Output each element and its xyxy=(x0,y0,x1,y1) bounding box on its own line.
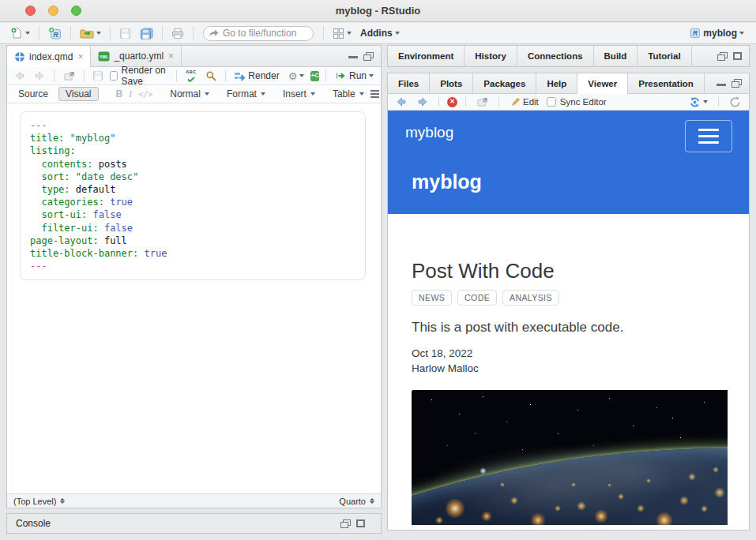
viewer-forward-button[interactable] xyxy=(415,95,431,109)
tab-presentation[interactable]: Presentation xyxy=(628,73,705,93)
tab-tutorial[interactable]: Tutorial xyxy=(638,46,691,66)
tab-environment[interactable]: Environment xyxy=(388,46,465,66)
open-folder-icon xyxy=(80,28,94,39)
code-button[interactable]: </> xyxy=(138,90,152,99)
scope-selector[interactable]: (Top Level) xyxy=(13,497,65,506)
code-line: contents: posts xyxy=(30,158,355,171)
italic-button[interactable]: I xyxy=(129,88,132,100)
spellcheck-abc-icon: ABC xyxy=(186,69,197,74)
tab-connections[interactable]: Connections xyxy=(517,46,594,66)
print-button[interactable] xyxy=(169,26,186,41)
save-button[interactable] xyxy=(117,26,134,41)
category-badge[interactable]: CODE xyxy=(457,290,497,306)
format-menu[interactable]: Format xyxy=(227,88,265,99)
insert-menu[interactable]: Insert xyxy=(283,88,315,99)
open-file-button[interactable] xyxy=(77,26,103,41)
hamburger-menu-button[interactable] xyxy=(685,120,732,152)
popout-button[interactable] xyxy=(61,69,77,83)
save-all-button[interactable] xyxy=(137,26,156,41)
tab-viewer[interactable]: Viewer xyxy=(577,73,628,94)
tab-plots[interactable]: Plots xyxy=(430,73,473,93)
paragraph-style-dropdown[interactable]: Normal xyxy=(170,88,209,99)
tab-packages[interactable]: Packages xyxy=(473,73,536,93)
main-toolbar: R xyxy=(0,23,756,44)
forward-button[interactable] xyxy=(32,69,47,83)
tab-index-qmd[interactable]: index.qmd × xyxy=(7,46,91,67)
new-file-button[interactable] xyxy=(8,25,32,41)
sync-editor-checkbox[interactable] xyxy=(547,97,556,107)
restore-pane-icon[interactable] xyxy=(732,79,742,88)
run-label: Run xyxy=(349,70,367,81)
back-button[interactable] xyxy=(12,69,28,83)
source-editor-pane: index.qmd × YML _quarto.yml × xyxy=(6,45,382,508)
tab-history[interactable]: History xyxy=(465,46,517,66)
restore-pane-icon[interactable] xyxy=(717,52,728,61)
stop-icon[interactable]: ✕ xyxy=(447,97,457,107)
code-line: sort: "date desc" xyxy=(30,171,355,183)
search-icon xyxy=(205,70,216,81)
tab-build[interactable]: Build xyxy=(594,46,638,66)
edit-button[interactable]: Edit xyxy=(507,95,541,110)
category-badge[interactable]: NEWS xyxy=(412,290,452,306)
refresh-button[interactable] xyxy=(727,95,743,110)
maximize-pane-icon[interactable] xyxy=(733,52,742,60)
editor-statusbar: (Top Level) Quarto xyxy=(7,493,381,508)
find-replace-button[interactable] xyxy=(203,69,219,83)
addins-button[interactable]: Addins xyxy=(358,26,402,40)
viewer-back-button[interactable] xyxy=(393,95,409,109)
tab-help[interactable]: Help xyxy=(536,73,577,93)
sync-editor-checkbox-group[interactable]: Sync Editor xyxy=(547,97,607,107)
filetype-selector[interactable]: Quarto xyxy=(339,497,374,506)
minimize-pane-icon[interactable] xyxy=(348,52,358,60)
render-button[interactable]: Render xyxy=(231,69,281,83)
insert-chunk-button[interactable]: +C xyxy=(310,71,319,81)
save-all-icon xyxy=(140,28,153,39)
render-on-save-checkbox[interactable] xyxy=(110,71,117,81)
category-badge[interactable]: ANALYSIS xyxy=(502,290,559,306)
popout-window-icon xyxy=(63,70,75,81)
new-project-button[interactable]: R xyxy=(46,25,64,41)
maximize-pane-icon[interactable] xyxy=(356,519,365,527)
visual-mode-button[interactable]: Visual xyxy=(58,87,98,101)
bold-button[interactable]: B xyxy=(116,88,123,99)
tab-close-icon[interactable]: × xyxy=(77,52,83,62)
tab-quarto-yml[interactable]: YML _quarto.yml × xyxy=(91,46,182,66)
toolbar-separator xyxy=(162,26,163,40)
outline-toggle-button[interactable] xyxy=(370,90,379,98)
goto-file-input[interactable] xyxy=(203,26,314,41)
viewer-toolbar: ✕ Edit Sync Editor xyxy=(388,94,749,111)
minimize-pane-icon[interactable] xyxy=(717,80,726,88)
close-button[interactable] xyxy=(25,6,36,16)
post-title: Post With Code xyxy=(412,259,725,283)
source-mode-button[interactable]: Source xyxy=(14,88,52,100)
new-file-caret-icon xyxy=(25,32,30,35)
render-on-save-checkbox-group[interactable]: Render on Save xyxy=(110,65,170,87)
save-document-button[interactable] xyxy=(90,69,106,83)
render-options-caret-icon xyxy=(299,74,304,77)
table-menu[interactable]: Table xyxy=(333,88,364,99)
forward-icon xyxy=(417,96,428,107)
pane-layout-button[interactable] xyxy=(330,26,354,41)
viewer-content[interactable]: myblog myblog Post With Code NEWS CODE A… xyxy=(388,111,749,530)
toolbar-separator xyxy=(84,70,85,81)
render-options-button[interactable]: ⚙ xyxy=(286,69,307,83)
popout-window-icon xyxy=(476,96,488,107)
pane-window-controls xyxy=(348,46,374,66)
site-brand-link[interactable]: myblog xyxy=(405,124,453,141)
tab-files[interactable]: Files xyxy=(388,73,430,93)
viewer-popout-button[interactable] xyxy=(474,95,491,109)
project-menu-button[interactable]: R myblog xyxy=(687,26,747,40)
yaml-code-block[interactable]: ---title: "myblog"listing: contents: pos… xyxy=(20,111,366,280)
toolbar-separator xyxy=(225,70,226,81)
restore-pane-icon[interactable] xyxy=(340,519,351,528)
toolbar-separator xyxy=(323,26,324,40)
insert-menu-label: Insert xyxy=(283,88,307,99)
run-button[interactable]: Run xyxy=(333,69,376,83)
publish-button[interactable] xyxy=(686,95,710,110)
restore-pane-icon[interactable] xyxy=(363,52,374,61)
spellcheck-button[interactable]: ABC xyxy=(183,68,199,84)
tab-close-icon[interactable]: × xyxy=(168,51,174,61)
minimize-button[interactable] xyxy=(48,6,58,16)
editor-content[interactable]: ---title: "myblog"listing: contents: pos… xyxy=(7,103,381,493)
zoom-button[interactable] xyxy=(71,6,81,16)
